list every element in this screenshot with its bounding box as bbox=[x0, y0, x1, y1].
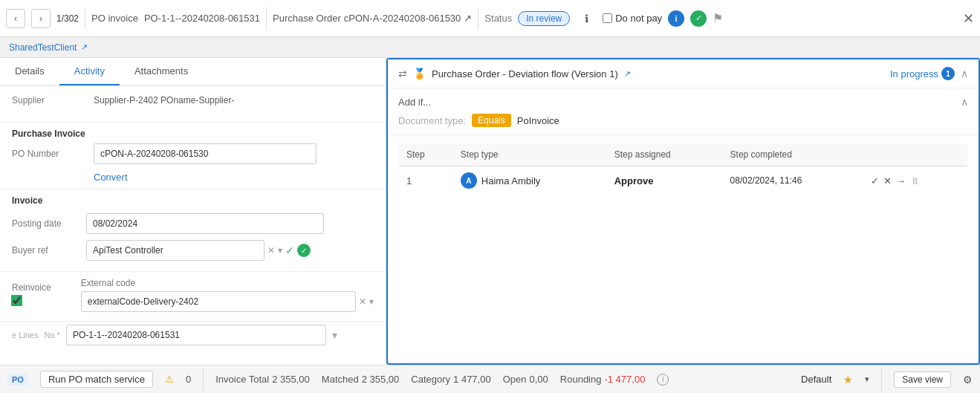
status-separator-1 bbox=[203, 368, 204, 391]
supplier-section: Supplier Supplier-P-2402 POname-Supplier… bbox=[0, 86, 386, 122]
popup-title: Purchase Order - Deviation flow (Version… bbox=[432, 68, 618, 79]
run-match-button[interactable]: Run PO match service bbox=[40, 371, 153, 388]
posting-date-input[interactable] bbox=[86, 213, 324, 234]
doc-type-row: Document type: Equals PoInvoice bbox=[398, 114, 968, 127]
buyer-ref-input[interactable] bbox=[86, 240, 265, 261]
award-icon: 🏅 bbox=[413, 68, 426, 79]
th-step-assigned: Step assigned bbox=[607, 143, 723, 166]
tab-activity[interactable]: Activity bbox=[59, 58, 120, 85]
po-link[interactable]: Purchase Order cPON-A-20240208-061530 ↗ bbox=[273, 13, 472, 24]
tab-attachments[interactable]: Attachments bbox=[120, 58, 203, 85]
matched-value: 2 355,00 bbox=[362, 374, 400, 385]
nav-next-button[interactable]: › bbox=[31, 9, 51, 28]
table-header-row: Step Step type Step assigned Step comple… bbox=[399, 143, 968, 166]
po-number-row: PO Number bbox=[12, 143, 374, 164]
do-not-pay-label: Do not pay bbox=[615, 13, 662, 24]
doc-type-label: PO invoice bbox=[91, 13, 138, 24]
flag-icon[interactable]: ⚑ bbox=[713, 11, 723, 25]
pause-action-icon[interactable]: ⏸ bbox=[910, 175, 920, 186]
th-step: Step bbox=[399, 143, 453, 166]
approve-badge: Approve bbox=[614, 175, 654, 186]
invoice-total-label: Invoice Total bbox=[215, 374, 269, 385]
star-icon[interactable]: ★ bbox=[843, 374, 853, 386]
supplier-label: Supplier bbox=[12, 95, 94, 105]
form-fields-section: Posting date Buyer ref ✕ ▾ ✓ ✓ bbox=[0, 213, 386, 271]
settings-icon[interactable]: ⚙ bbox=[963, 374, 973, 386]
user-icon-blue[interactable]: i bbox=[668, 10, 684, 27]
green-circle-icon: ✓ bbox=[297, 244, 311, 257]
add-if-label: Add if... bbox=[398, 97, 431, 108]
po-number-input[interactable] bbox=[94, 143, 317, 164]
open-label: Open bbox=[503, 374, 527, 385]
tab-details[interactable]: Details bbox=[0, 58, 59, 85]
nav-prev-button[interactable]: ‹ bbox=[6, 9, 25, 28]
ext-clear-icon[interactable]: ✕ bbox=[359, 296, 366, 307]
rounding-item: Rounding -1 477,00 bbox=[560, 374, 646, 385]
status-badge[interactable]: In review bbox=[518, 11, 570, 26]
popup-title-row: ⇄ 🏅 Purchase Order - Deviation flow (Ver… bbox=[398, 68, 631, 79]
popup-header: ⇄ 🏅 Purchase Order - Deviation flow (Ver… bbox=[388, 59, 979, 88]
add-if-collapse-button[interactable]: ∧ bbox=[961, 96, 968, 108]
lines-chevron-down[interactable]: ▾ bbox=[332, 329, 337, 341]
separator-2 bbox=[266, 7, 267, 30]
breadcrumb-ext-icon[interactable]: ↗ bbox=[81, 42, 88, 52]
check-circle-green[interactable]: ✓ bbox=[690, 10, 707, 27]
ext-chevron-icon[interactable]: ▾ bbox=[369, 296, 374, 307]
supplier-field-row: Supplier Supplier-P-2402 POname-Supplier… bbox=[12, 95, 374, 105]
save-view-button[interactable]: Save view bbox=[894, 371, 951, 388]
workflow-popup: ⇄ 🏅 Purchase Order - Deviation flow (Ver… bbox=[386, 58, 980, 365]
invoice-section-label: Invoice bbox=[12, 195, 374, 206]
step-assigned-cell: 08/02/2024, 11:46 bbox=[723, 166, 864, 195]
left-panel: Details Activity Attachments Supplier Su… bbox=[0, 58, 386, 365]
buyer-ref-field-group: ✕ ▾ ✓ ✓ bbox=[86, 240, 374, 261]
convert-link[interactable]: Convert bbox=[94, 172, 374, 183]
step-actions-cell: ✓ ✕ → ⏸ bbox=[863, 166, 967, 195]
close-button[interactable]: ✕ bbox=[963, 10, 974, 27]
reject-action-icon[interactable]: ✕ bbox=[883, 175, 892, 186]
invoice-total-item: Invoice Total 2 355,00 bbox=[215, 374, 310, 385]
matched-item: Matched 2 355,00 bbox=[322, 374, 399, 385]
bottom-info-icon[interactable]: i bbox=[657, 374, 669, 386]
equals-badge: Equals bbox=[472, 114, 511, 127]
chevron-icon[interactable]: ▾ bbox=[278, 245, 282, 256]
lines-e-label: e Lines bbox=[12, 331, 38, 340]
popup-ext-link-icon[interactable]: ↗ bbox=[624, 69, 631, 79]
steps-table: Step Step type Step assigned Step comple… bbox=[398, 143, 968, 195]
breadcrumb-client[interactable]: SharedTestClient bbox=[9, 42, 77, 53]
th-actions bbox=[863, 143, 967, 166]
top-toolbar: ‹ › 1/302 PO invoice PO-1-1--20240208-06… bbox=[0, 0, 980, 37]
external-code-input[interactable] bbox=[81, 291, 356, 312]
step-type-cell: Approve bbox=[607, 166, 723, 195]
supplier-value: Supplier-P-2402 POname-Supplier- bbox=[94, 95, 374, 105]
main-layout: Details Activity Attachments Supplier Su… bbox=[0, 58, 980, 365]
add-if-header: Add if... ∧ bbox=[398, 96, 968, 108]
user-name-cell: A Haima Ambily bbox=[461, 172, 600, 189]
po-tag: PO bbox=[7, 374, 28, 386]
purchase-invoice-section: Purchase Invoice PO Number Convert bbox=[0, 122, 386, 189]
invoice-total-value: 2 355,00 bbox=[272, 374, 310, 385]
check-icon: ✓ bbox=[285, 244, 294, 256]
forward-action-icon[interactable]: → bbox=[896, 175, 906, 186]
separator-3 bbox=[478, 7, 478, 30]
rounding-label: Rounding bbox=[560, 374, 602, 385]
approve-action-icon[interactable]: ✓ bbox=[871, 175, 879, 186]
po-id-label: cPON-A-20240208-061530 bbox=[344, 13, 461, 24]
buyer-ref-label: Buyer ref bbox=[12, 245, 86, 256]
purchase-invoice-label: Purchase Invoice bbox=[12, 129, 374, 139]
tabs-row: Details Activity Attachments bbox=[0, 58, 386, 86]
lines-input[interactable] bbox=[66, 325, 326, 345]
clear-icon[interactable]: ✕ bbox=[267, 245, 275, 256]
posting-date-label: Posting date bbox=[12, 218, 86, 229]
run-match-label: Run PO match service bbox=[48, 374, 145, 385]
category-item: Category 1 477,00 bbox=[411, 374, 490, 385]
doc-type-label: Document type: bbox=[398, 115, 466, 126]
reinvoice-checkbox[interactable] bbox=[11, 295, 23, 307]
popup-collapse-button[interactable]: ∧ bbox=[961, 68, 968, 79]
in-progress-badge: In progress 1 bbox=[890, 67, 955, 80]
info-button[interactable]: ℹ bbox=[576, 8, 597, 29]
status-bar: PO Run PO match service ⚠ 0 Invoice Tota… bbox=[0, 365, 980, 393]
posting-date-row: Posting date bbox=[12, 213, 374, 234]
invoice-section: Invoice bbox=[0, 189, 386, 213]
default-chevron-icon[interactable]: ▾ bbox=[865, 374, 869, 384]
do-not-pay-checkbox[interactable] bbox=[603, 13, 612, 23]
